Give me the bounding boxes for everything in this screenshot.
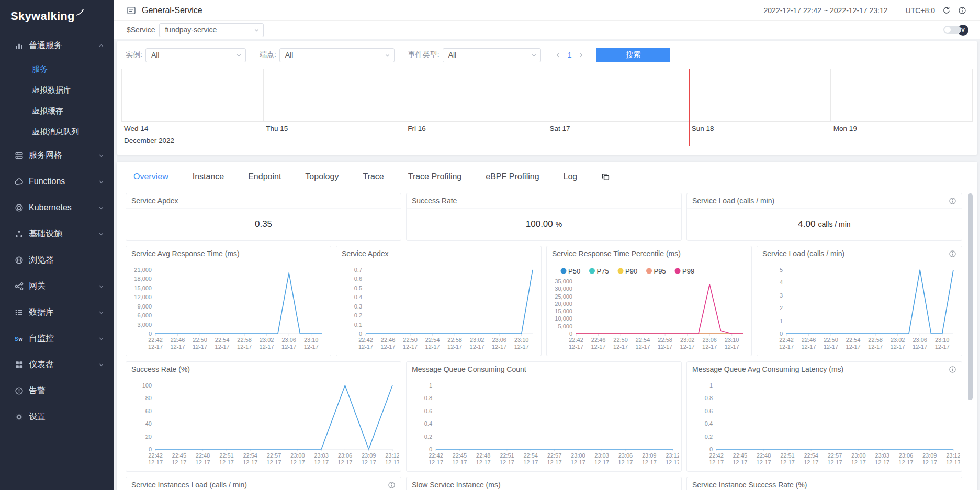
service-select[interactable]: fundpay-service bbox=[159, 23, 264, 37]
chevron-down-icon bbox=[98, 309, 105, 316]
chart-body[interactable]: 00.10.20.30.40.50.60.722:4212-1722:4612-… bbox=[336, 261, 541, 356]
logo[interactable]: Skywalking bbox=[0, 0, 114, 32]
sidebar-item-label: 普通服务 bbox=[29, 40, 98, 51]
dashboard-settings-icon[interactable] bbox=[601, 173, 610, 181]
sidebar-subitem[interactable]: 服务 bbox=[0, 59, 114, 79]
svg-text:12-17: 12-17 bbox=[514, 344, 529, 350]
sidebar-item[interactable]: 浏览器 bbox=[0, 247, 114, 273]
sidebar-item[interactable]: 设置 bbox=[0, 404, 114, 430]
prev-page-button[interactable] bbox=[555, 52, 561, 59]
sidebar-item[interactable]: 仪表盘 bbox=[0, 351, 114, 378]
sidebar-item[interactable]: 普通服务 bbox=[0, 32, 114, 59]
chart-canvas: 00.20.40.60.8122:4212-1722:4512-1722:481… bbox=[409, 378, 679, 468]
svg-text:12-17: 12-17 bbox=[237, 344, 252, 350]
timeline-cell[interactable] bbox=[831, 69, 972, 121]
svg-text:12-17: 12-17 bbox=[243, 459, 257, 465]
sidebar-item-label: 服务网格 bbox=[29, 150, 98, 161]
sidebar-item[interactable]: 数据库 bbox=[0, 299, 114, 325]
timeline-cell[interactable] bbox=[689, 69, 831, 121]
timezone[interactable]: UTC+8:0 bbox=[906, 6, 935, 15]
sidebar-item[interactable]: 服务网格 bbox=[0, 142, 114, 168]
svg-text:23:06: 23:06 bbox=[899, 452, 914, 459]
page-number[interactable]: 1 bbox=[568, 51, 572, 59]
scrollbar[interactable] bbox=[968, 193, 973, 400]
sidebar-item[interactable]: 网关 bbox=[0, 273, 114, 299]
tabs: OverviewInstanceEndpointTopologyTraceTra… bbox=[117, 162, 977, 192]
svg-text:22:54: 22:54 bbox=[425, 337, 440, 343]
sidebar-item[interactable]: Sw自监控 bbox=[0, 325, 114, 351]
svg-text:15,000: 15,000 bbox=[134, 285, 152, 291]
refresh-icon[interactable] bbox=[942, 6, 951, 15]
sidebar-subitem[interactable]: 虚拟消息队列 bbox=[0, 121, 114, 142]
info-icon[interactable] bbox=[949, 250, 956, 258]
svg-text:12-17: 12-17 bbox=[260, 344, 274, 350]
timeline-cell[interactable] bbox=[264, 69, 405, 121]
chart-body[interactable]: 03,0006,0009,00012,00015,00018,00021,000… bbox=[126, 261, 331, 356]
svg-text:22:54: 22:54 bbox=[243, 452, 257, 459]
chart-body[interactable]: 02040608010022:4212-1722:4512-1722:4812-… bbox=[126, 377, 401, 471]
dashboard-panel: OverviewInstanceEndpointTopologyTraceTra… bbox=[117, 162, 977, 490]
timeline-day-label: Wed 14 bbox=[121, 124, 263, 132]
search-button[interactable]: 搜索 bbox=[596, 48, 670, 62]
chart-body[interactable]: 05,00010,00015,00020,00025,00030,00035,0… bbox=[547, 261, 751, 356]
time-range[interactable]: 2022-12-17 22:42 ~ 2022-12-17 23:12 bbox=[764, 6, 888, 15]
charts-row-1: Service Avg Response Time (ms)03,0006,00… bbox=[126, 246, 962, 356]
chevron-down-icon bbox=[384, 52, 391, 59]
service-select-value: fundpay-service bbox=[165, 26, 217, 34]
tab-overview[interactable]: Overview bbox=[133, 172, 168, 181]
instance-select[interactable]: All bbox=[145, 48, 246, 62]
svg-text:P75: P75 bbox=[597, 267, 609, 275]
sidebar-item[interactable]: 基础设施 bbox=[0, 221, 114, 247]
tab-endpoint[interactable]: Endpoint bbox=[248, 172, 281, 181]
sidebar-item[interactable]: Kubernetes bbox=[0, 195, 114, 221]
timeline-cell[interactable] bbox=[547, 69, 689, 121]
svg-text:0.4: 0.4 bbox=[424, 420, 432, 427]
info-icon[interactable] bbox=[388, 481, 396, 489]
info-icon[interactable] bbox=[949, 197, 956, 205]
logo-text: Skywalking bbox=[10, 9, 75, 23]
menu-board-icon[interactable] bbox=[127, 6, 136, 15]
svg-text:22:58: 22:58 bbox=[447, 337, 462, 343]
tab-trace-profiling[interactable]: Trace Profiling bbox=[408, 172, 462, 181]
svg-text:22:46: 22:46 bbox=[171, 337, 185, 343]
tab-topology[interactable]: Topology bbox=[305, 172, 339, 181]
svg-text:12-17: 12-17 bbox=[658, 344, 672, 350]
svg-text:60: 60 bbox=[145, 408, 152, 414]
svg-text:22:50: 22:50 bbox=[613, 337, 628, 343]
timeline-month-label: December 2022 bbox=[121, 135, 973, 146]
sidebar-subitem[interactable]: 虚拟缓存 bbox=[0, 100, 114, 121]
sidebar-item[interactable]: Functions bbox=[0, 168, 114, 195]
instance-filter-label: 实例: bbox=[126, 50, 142, 60]
version-toggle[interactable]: V bbox=[943, 25, 968, 36]
info-icon[interactable] bbox=[958, 6, 966, 15]
page-title: General-Service bbox=[142, 6, 202, 15]
svg-text:0.1: 0.1 bbox=[354, 322, 362, 328]
timeline-cell[interactable] bbox=[122, 69, 264, 121]
svg-text:4: 4 bbox=[780, 279, 783, 286]
chart-icon bbox=[15, 41, 24, 50]
svg-text:12-17: 12-17 bbox=[172, 459, 186, 465]
sidebar-subitem[interactable]: 虚拟数据库 bbox=[0, 79, 114, 100]
tab-ebpf-profiling[interactable]: eBPF Profiling bbox=[486, 172, 539, 181]
endpoint-select[interactable]: All bbox=[279, 48, 395, 62]
dashboard-icon bbox=[15, 360, 24, 369]
chart-body[interactable]: 00.20.40.60.8122:4212-1722:4512-1722:481… bbox=[687, 377, 962, 471]
svg-text:12-17: 12-17 bbox=[304, 344, 319, 350]
timeline-cell[interactable] bbox=[405, 69, 547, 121]
svg-text:22:51: 22:51 bbox=[780, 452, 795, 459]
svg-text:12-17: 12-17 bbox=[725, 344, 739, 350]
tab-trace[interactable]: Trace bbox=[363, 172, 384, 181]
chart-body[interactable]: 01234522:4212-1722:4612-1722:5012-1722:5… bbox=[757, 261, 962, 356]
info-icon[interactable] bbox=[949, 366, 956, 373]
chart-body[interactable]: 00.20.40.60.8122:4212-1722:4512-1722:481… bbox=[407, 377, 681, 471]
tab-instance[interactable]: Instance bbox=[193, 172, 224, 181]
sw-icon: Sw bbox=[15, 334, 24, 343]
tab-log[interactable]: Log bbox=[564, 172, 578, 181]
sidebar-item[interactable]: 告警 bbox=[0, 378, 114, 404]
next-page-button[interactable] bbox=[578, 52, 584, 59]
event-type-select[interactable]: All bbox=[443, 48, 541, 62]
svg-text:12-17: 12-17 bbox=[779, 344, 794, 350]
svg-text:1: 1 bbox=[709, 382, 713, 389]
svg-text:12-17: 12-17 bbox=[824, 344, 838, 350]
svg-text:22:54: 22:54 bbox=[215, 337, 230, 343]
